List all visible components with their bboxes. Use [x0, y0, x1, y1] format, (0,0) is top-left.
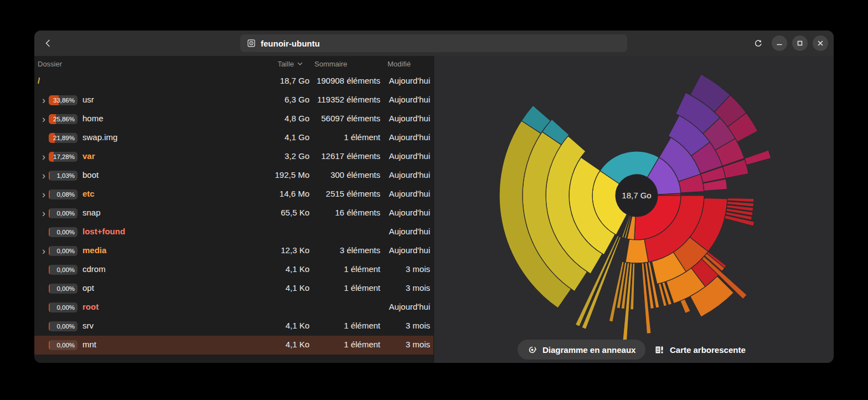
usage-percent-badge: 25,86%	[49, 114, 78, 124]
folder-list-pane: Dossier Taille Sommaire Modifié /18,7 Go…	[34, 56, 433, 363]
desktop-background: feunoir-ubuntu	[0, 0, 868, 400]
folder-size: 4,1 Ko	[286, 340, 309, 349]
folder-size: 4,1 Ko	[286, 321, 309, 330]
usage-percent-badge: 0,00%	[49, 246, 78, 256]
refresh-button[interactable]	[750, 35, 766, 51]
treemap-label: Carte arborescente	[670, 345, 746, 355]
folder-size: 3,2 Go	[285, 151, 309, 161]
folder-name: boot	[82, 170, 99, 180]
table-row-root[interactable]: 0,00%rootAujourd'hui	[34, 298, 433, 317]
treemap-button[interactable]: Carte arborescente	[645, 340, 756, 360]
expander-chevron-right-icon[interactable]: ›	[39, 187, 48, 202]
table-row-srv[interactable]: 0,00%srv4,1 Ko1 élément3 mois	[34, 317, 433, 336]
folder-summary: 12617 éléments	[321, 151, 380, 161]
usage-percent-fill	[49, 284, 50, 294]
rings-chart-button[interactable]: Diagramme en anneaux	[518, 340, 645, 360]
usage-percent-badge: 0,00%	[49, 321, 78, 331]
header-bar: feunoir-ubuntu	[34, 30, 834, 56]
folder-size: 4,1 Ko	[286, 283, 309, 293]
folder-name: usr	[82, 95, 94, 104]
folder-modified: 3 mois	[406, 264, 430, 274]
usage-percent-value: 0,00%	[56, 227, 75, 237]
folder-summary: 3 éléments	[340, 245, 380, 255]
window-title: feunoir-ubuntu	[261, 39, 320, 48]
maximize-icon	[797, 40, 803, 47]
expander-chevron-right-icon[interactable]: ›	[39, 206, 48, 220]
folder-modified: Aujourd'hui	[389, 189, 430, 198]
usage-percent-value: 1,03%	[56, 171, 75, 181]
usage-percent-value: 33,86%	[53, 95, 75, 105]
refresh-icon	[753, 39, 763, 48]
usage-percent-value: 0,00%	[56, 246, 75, 256]
table-row-swap.img[interactable]: 21,89%swap.img4,1 Go1 élémentAujourd'hui	[34, 129, 433, 147]
folder-modified: Aujourd'hui	[389, 95, 430, 104]
folder-size: 4,8 Go	[285, 114, 309, 123]
close-icon	[817, 40, 824, 47]
folder-name: swap.img	[82, 132, 117, 142]
folder-size: 12,3 Ko	[281, 245, 309, 255]
usage-percent-badge: 0,00%	[49, 284, 78, 294]
folder-modified: Aujourd'hui	[389, 245, 430, 255]
table-row-mnt[interactable]: 0,00%mnt4,1 Ko1 élément3 mois	[34, 336, 433, 355]
table-row-usr[interactable]: ›33,86%usr6,3 Go119352 élémentsAujourd'h…	[34, 91, 433, 110]
folder-size: 6,3 Go	[285, 95, 309, 104]
table-row-etc[interactable]: ›0,08%etc14,6 Mo2515 élémentsAujourd'hui	[34, 185, 433, 204]
folder-name: srv	[82, 321, 94, 330]
usage-percent-value: 21,89%	[53, 133, 75, 143]
table-row-cdrom[interactable]: 0,00%cdrom4,1 Ko1 élément3 mois	[34, 260, 433, 279]
expander-chevron-right-icon[interactable]: ›	[39, 112, 48, 126]
folder-name: opt	[82, 283, 94, 293]
maximize-button[interactable]	[792, 35, 808, 51]
usage-percent-fill	[49, 321, 50, 331]
folder-summary: 1 élément	[344, 132, 380, 142]
expander-chevron-right-icon[interactable]: ›	[39, 168, 48, 183]
table-row-snap[interactable]: ›0,00%snap65,5 Ko16 élémentsAujourd'hui	[34, 204, 433, 223]
usage-percent-badge: 0,00%	[49, 302, 78, 312]
folder-modified: Aujourd'hui	[389, 132, 430, 142]
folder-name: media	[82, 245, 106, 255]
rings-chart-label: Diagramme en anneaux	[542, 345, 636, 355]
expander-chevron-right-icon[interactable]: ›	[39, 93, 48, 107]
usage-percent-value: 0,00%	[56, 284, 75, 294]
folder-name: cdrom	[82, 264, 106, 274]
folder-modified: Aujourd'hui	[389, 151, 430, 161]
folder-modified: Aujourd'hui	[389, 227, 430, 236]
table-row-lost+found[interactable]: 0,00%lost+foundAujourd'hui	[34, 223, 433, 242]
table-row-boot[interactable]: ›1,03%boot192,5 Mo300 élémentsAujourd'hu…	[34, 166, 433, 185]
folder-name: home	[82, 114, 104, 123]
rings-chart-icon	[528, 345, 537, 355]
back-button[interactable]	[40, 35, 56, 52]
folder-name: lost+found	[82, 227, 125, 236]
table-row-root[interactable]: /18,7 Go190908 élémentsAujourd'hui	[34, 72, 433, 91]
chevron-left-icon	[44, 39, 53, 48]
close-button[interactable]	[813, 35, 828, 51]
folder-name: root	[82, 302, 99, 311]
usage-percent-value: 0,00%	[56, 321, 75, 331]
sunburst-segment[interactable]	[626, 239, 648, 263]
usage-percent-value: 0,00%	[56, 302, 75, 312]
table-row-media[interactable]: ›0,00%media12,3 Ko3 élémentsAujourd'hui	[34, 242, 433, 260]
folder-size: 192,5 Mo	[275, 170, 309, 180]
usage-percent-value: 0,08%	[56, 189, 75, 199]
usage-percent-fill	[49, 208, 50, 218]
column-header-modified[interactable]: Modifié	[388, 60, 411, 68]
table-row-home[interactable]: ›25,86%home4,8 Go56097 élémentsAujourd'h…	[34, 110, 433, 129]
usage-percent-fill	[49, 302, 50, 312]
sunburst-segment[interactable]	[680, 299, 690, 314]
folder-modified: 3 mois	[406, 321, 430, 330]
sunburst-segment[interactable]	[745, 150, 771, 165]
expander-chevron-right-icon[interactable]: ›	[39, 244, 48, 258]
rings-chart[interactable]: 18,7 Go	[433, 56, 834, 363]
table-row-opt[interactable]: 0,00%opt4,1 Ko1 élément3 mois	[34, 279, 433, 298]
minimize-button[interactable]	[772, 35, 787, 51]
column-header-folder[interactable]: Dossier	[38, 60, 62, 68]
folder-name: etc	[82, 189, 95, 198]
location-entry[interactable]: feunoir-ubuntu	[240, 34, 627, 52]
column-header-size[interactable]: Taille	[277, 60, 303, 68]
folder-summary: 119352 éléments	[317, 95, 380, 104]
columns-header: Dossier Taille Sommaire Modifié	[34, 56, 433, 72]
column-header-summary[interactable]: Sommaire	[314, 60, 347, 68]
usage-percent-fill	[49, 340, 50, 350]
table-row-var[interactable]: ›17,28%var3,2 Go12617 élémentsAujourd'hu…	[34, 147, 433, 166]
expander-chevron-right-icon[interactable]: ›	[39, 150, 48, 164]
